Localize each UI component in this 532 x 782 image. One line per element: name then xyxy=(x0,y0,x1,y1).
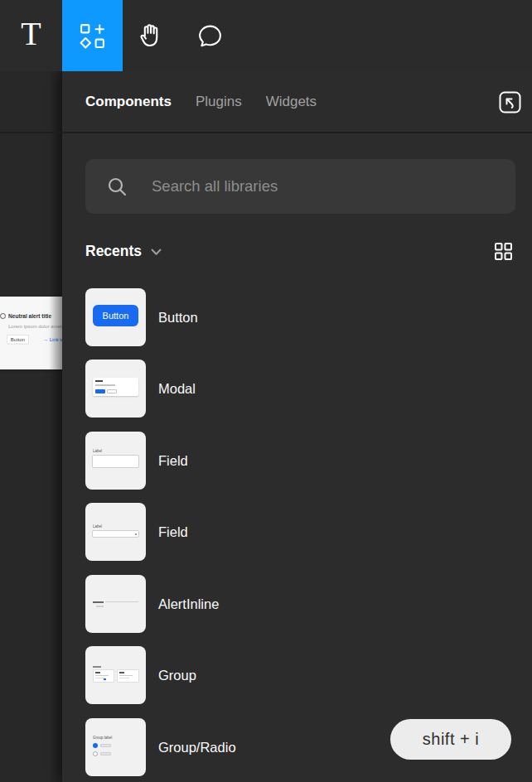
recents-title: Recents xyxy=(85,243,142,260)
thumbnail-group-radio-preview: Group label xyxy=(85,718,146,776)
top-toolbar: T xyxy=(0,0,532,71)
panel-tabs: Components Plugins Widgets xyxy=(62,71,532,133)
mini-button: Button xyxy=(93,305,138,326)
item-label: Group/Radio xyxy=(158,740,236,755)
panel-shadow xyxy=(49,71,62,782)
hand-tool-button[interactable] xyxy=(123,0,181,71)
chevron-down-icon[interactable] xyxy=(151,249,162,256)
item-label: Field xyxy=(158,524,188,540)
alert-title: Neutral alert title xyxy=(8,313,51,319)
tab-widgets[interactable]: Widgets xyxy=(266,94,317,110)
item-label: AlertInline xyxy=(158,596,219,612)
list-item-modal[interactable]: Modal xyxy=(85,360,512,418)
recents-header: Recents xyxy=(85,234,512,268)
list-item-button[interactable]: Button Button xyxy=(85,288,512,346)
list-item-field[interactable]: Label Field xyxy=(85,432,512,490)
list-item-group[interactable]: Group xyxy=(85,646,512,704)
header-divider xyxy=(0,132,532,133)
assets-panel: Components Plugins Widgets Recents xyxy=(62,71,532,782)
item-label: Button xyxy=(158,310,198,326)
grid-view-icon xyxy=(495,243,512,260)
item-label: Modal xyxy=(158,381,196,397)
thumbnail-group-preview xyxy=(85,646,146,704)
item-label: Field xyxy=(158,453,188,469)
search-input[interactable] xyxy=(152,177,483,196)
thumbnail-modal-preview xyxy=(85,360,146,418)
radio-selected-icon xyxy=(93,743,98,748)
search-icon xyxy=(106,176,128,198)
text-tool-button[interactable]: T xyxy=(0,0,62,71)
tab-plugins[interactable]: Plugins xyxy=(196,94,242,110)
tab-components[interactable]: Components xyxy=(85,94,172,110)
grid-view-toggle[interactable] xyxy=(495,243,512,260)
thumbnail-field-select-preview: Label xyxy=(85,503,146,561)
info-icon xyxy=(0,313,6,319)
assets-tool-button[interactable] xyxy=(62,0,123,71)
radio-unselected-icon xyxy=(93,751,98,756)
item-label: Group xyxy=(158,668,196,683)
components-shapes-icon xyxy=(79,22,106,50)
list-item-field-2[interactable]: Label Field xyxy=(85,503,512,561)
comment-tool-button[interactable] xyxy=(181,0,239,71)
speech-bubble-icon xyxy=(196,22,224,50)
alert-button: Button xyxy=(7,335,29,344)
thumbnail-field-input-preview: Label xyxy=(85,432,146,490)
text-T-icon: T xyxy=(21,17,41,51)
list-item-alertinline[interactable]: AlertInline xyxy=(85,575,512,633)
thumbnail-button-preview: Button xyxy=(85,288,146,346)
canvas-area[interactable]: Neutral alert title Lorem ipsum dolor am… xyxy=(0,71,62,782)
hand-icon xyxy=(138,22,166,50)
keyboard-shortcut-hint: shift + i xyxy=(390,719,511,760)
arrow-up-left-in-square-icon xyxy=(499,91,521,113)
insert-component-button[interactable] xyxy=(498,90,521,113)
library-search[interactable] xyxy=(85,159,515,214)
thumbnail-alert-inline-preview xyxy=(85,575,146,633)
figma-app: Neutral alert title Lorem ipsum dolor am… xyxy=(0,0,532,782)
